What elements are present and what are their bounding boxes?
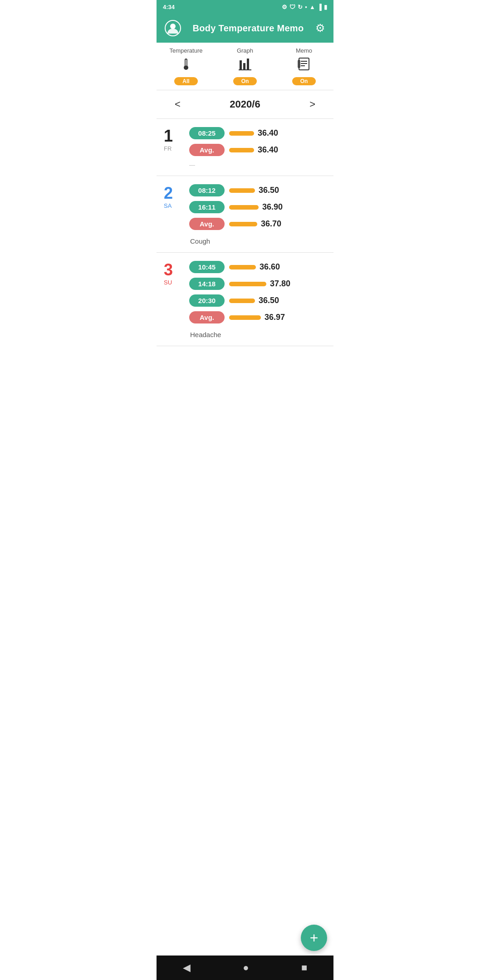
day-entry-3[interactable]: 3 SU 10:45 36.60 14:18 37.80 20:30	[157, 253, 333, 346]
day-3-readings: 10:45 36.60 14:18 37.80 20:30 36.50	[189, 261, 326, 338]
refresh-icon: ↻	[298, 4, 303, 10]
temp-bar-container: 36.90	[229, 202, 283, 212]
avg-badge: Avg.	[189, 311, 225, 323]
avg-value: 36.40	[258, 145, 278, 155]
day-1-date-col: 1 FR	[164, 127, 189, 168]
entries-list: 1 FR 08:25 36.40 Avg. 36.40 —	[157, 119, 333, 346]
battery-icon: ▮	[324, 4, 327, 10]
time-badge: 20:30	[189, 294, 225, 307]
svg-point-0	[170, 24, 176, 29]
reading-row: 20:30 36.50	[189, 294, 326, 307]
day-1-memo-placeholder: —	[189, 162, 326, 168]
day-2-readings: 08:12 36.50 16:11 36.90 Avg. 36.70	[189, 184, 326, 245]
temp-value: 36.50	[259, 296, 279, 305]
temp-value: 36.50	[259, 186, 279, 195]
avg-bar-container: 36.40	[229, 145, 278, 155]
time-badge: 08:12	[189, 184, 225, 196]
temp-bar	[229, 131, 254, 136]
temp-bar	[229, 205, 259, 210]
tab-graph-badge: On	[233, 77, 257, 85]
shield-icon: 🛡	[289, 4, 295, 10]
day-entry-2[interactable]: 2 SA 08:12 36.50 16:11 36.90 Avg.	[157, 176, 333, 253]
temp-value: 36.40	[258, 128, 278, 138]
tab-temperature[interactable]: Temperature All	[157, 47, 216, 90]
day-3-name: SU	[164, 279, 172, 286]
tab-temperature-badge: All	[174, 77, 197, 85]
temp-bar	[229, 265, 256, 270]
status-icons: ⚙ 🛡 ↻ ▪ ▲ ▐ ▮	[282, 4, 327, 10]
day-3-date-col: 3 SU	[164, 261, 189, 338]
day-2-name: SA	[164, 202, 172, 209]
day-3-memo: Headache	[189, 331, 326, 338]
app-header: Body Temperature Memo ⚙	[157, 14, 333, 43]
time-badge: 10:45	[189, 261, 225, 273]
avg-value: 36.70	[261, 219, 281, 229]
avg-badge: Avg.	[189, 144, 225, 156]
time-badge: 08:25	[189, 127, 225, 139]
tab-memo-badge: On	[292, 77, 316, 85]
temp-bar-container: 36.50	[229, 186, 279, 195]
avg-badge: Avg.	[189, 218, 225, 230]
storage-icon: ▪	[305, 4, 307, 10]
tab-graph-label: Graph	[237, 47, 253, 54]
status-bar: 4:34 ⚙ 🛡 ↻ ▪ ▲ ▐ ▮	[157, 0, 333, 14]
settings-icon[interactable]: ⚙	[315, 22, 325, 34]
day-1-number: 1	[164, 128, 173, 144]
temp-value: 36.90	[262, 202, 283, 212]
temp-bar	[229, 299, 255, 303]
temp-bar-container: 36.50	[229, 296, 279, 305]
tab-temperature-label: Temperature	[170, 47, 203, 54]
svg-rect-4	[240, 60, 242, 69]
avg-bar-container: 36.70	[229, 219, 281, 229]
day-1-readings: 08:25 36.40 Avg. 36.40 —	[189, 127, 326, 168]
app-title: Body Temperature Memo	[193, 23, 304, 34]
temp-value: 36.60	[260, 262, 280, 272]
reading-row: 10:45 36.60	[189, 261, 326, 273]
temp-bar-container: 36.60	[229, 262, 280, 272]
svg-point-2	[184, 65, 188, 70]
status-time: 4:34	[163, 4, 175, 10]
reading-row: 14:18 37.80	[189, 278, 326, 290]
day-3-number: 3	[164, 262, 173, 278]
signal-icon: ▐	[318, 4, 322, 10]
gear-status-icon: ⚙	[282, 4, 287, 10]
prev-month-button[interactable]: <	[170, 97, 185, 112]
memo-icon	[297, 57, 311, 74]
svg-rect-5	[243, 63, 245, 69]
temp-bar	[229, 188, 255, 193]
time-badge: 16:11	[189, 201, 225, 213]
avg-row: Avg. 36.70	[189, 218, 326, 230]
avg-row: Avg. 36.40	[189, 144, 326, 156]
wifi-icon: ▲	[309, 4, 315, 10]
svg-rect-6	[247, 59, 249, 69]
day-2-memo: Cough	[189, 237, 326, 245]
avg-value: 36.97	[265, 313, 285, 322]
avg-bar-container: 36.97	[229, 313, 285, 322]
month-navigator: < 2020/6 >	[157, 90, 333, 119]
avg-bar	[229, 315, 261, 320]
next-month-button[interactable]: >	[305, 97, 320, 112]
current-month: 2020/6	[230, 98, 260, 110]
temp-value: 37.80	[270, 279, 290, 289]
reading-row: 16:11 36.90	[189, 201, 326, 213]
avg-bar	[229, 148, 254, 152]
temp-bar-container: 37.80	[229, 279, 290, 289]
graph-icon	[238, 57, 252, 74]
day-entry-1[interactable]: 1 FR 08:25 36.40 Avg. 36.40 —	[157, 119, 333, 176]
time-badge: 14:18	[189, 278, 225, 290]
reading-row: 08:12 36.50	[189, 184, 326, 196]
svg-rect-3	[186, 59, 187, 66]
tab-graph[interactable]: Graph On	[216, 47, 274, 90]
tab-bar: Temperature All Graph On Memo	[157, 43, 333, 90]
day-1-name: FR	[164, 145, 172, 152]
reading-row: 08:25 36.40	[189, 127, 326, 139]
day-2-date-col: 2 SA	[164, 184, 189, 245]
temp-bar	[229, 282, 266, 286]
avg-bar	[229, 222, 257, 226]
tab-memo[interactable]: Memo On	[274, 47, 333, 90]
user-avatar-icon[interactable]	[165, 20, 181, 36]
temp-bar-container: 36.40	[229, 128, 278, 138]
thermometer-icon	[179, 57, 193, 74]
avg-row: Avg. 36.97	[189, 311, 326, 323]
tab-memo-label: Memo	[296, 47, 312, 54]
